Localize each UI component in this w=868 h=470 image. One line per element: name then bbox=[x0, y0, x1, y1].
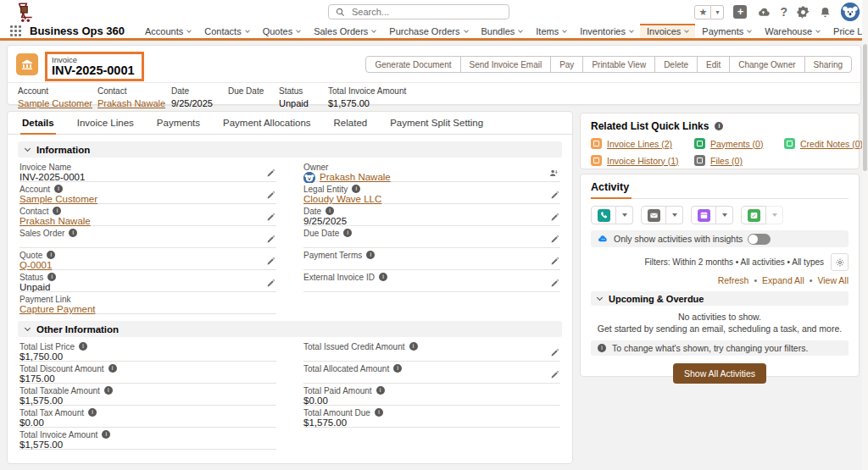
invoice-lines-link[interactable]: Invoice Lines (2) bbox=[607, 139, 672, 149]
view-all-link[interactable]: View All bbox=[817, 275, 849, 285]
chevron-down-icon[interactable] bbox=[815, 28, 821, 33]
search-input[interactable] bbox=[350, 6, 486, 18]
upcoming-overdue-section[interactable]: Upcoming & Overdue bbox=[591, 291, 849, 306]
tab-payments[interactable]: Payments bbox=[157, 112, 200, 135]
send-invoice-email-button[interactable]: Send Invoice Email bbox=[460, 56, 552, 73]
tab-related[interactable]: Related bbox=[334, 112, 368, 135]
log-a-call-button[interactable] bbox=[591, 206, 616, 224]
info-icon[interactable]: i bbox=[343, 229, 352, 237]
invoice-history-link[interactable]: Invoice History (1) bbox=[607, 156, 679, 166]
email-caret[interactable] bbox=[666, 206, 683, 224]
nav-item-bundles[interactable]: Bundles bbox=[475, 24, 530, 38]
info-icon[interactable]: i bbox=[79, 342, 87, 351]
account-link[interactable]: Sample Customer bbox=[18, 98, 92, 108]
nav-item-quotes[interactable]: Quotes bbox=[256, 24, 307, 38]
global-add-icon[interactable]: + bbox=[733, 5, 747, 19]
pay-button[interactable]: Pay bbox=[550, 56, 583, 73]
show-all-activities-button[interactable]: Show All Activities bbox=[673, 363, 766, 384]
info-icon[interactable]: i bbox=[375, 408, 383, 417]
owner-link[interactable]: Prakash Nawale bbox=[320, 172, 391, 182]
chevron-down-icon[interactable] bbox=[747, 28, 752, 33]
user-avatar[interactable] bbox=[841, 3, 860, 21]
account-link[interactable]: Sample Customer bbox=[19, 194, 97, 204]
info-icon[interactable]: i bbox=[102, 430, 110, 439]
info-icon[interactable]: i bbox=[352, 185, 360, 193]
nav-item-invoices-active[interactable]: Invoices bbox=[640, 24, 695, 38]
global-search[interactable] bbox=[328, 4, 509, 19]
email-button[interactable] bbox=[641, 206, 666, 224]
payments-link[interactable]: Payments (0) bbox=[710, 139, 763, 149]
chevron-down-icon[interactable] bbox=[464, 28, 469, 33]
edit-pencil-icon[interactable] bbox=[266, 169, 275, 178]
info-icon[interactable]: i bbox=[108, 364, 117, 373]
info-icon[interactable]: i bbox=[54, 185, 63, 193]
new-task-caret[interactable] bbox=[766, 206, 783, 224]
section-other-information[interactable]: Other Information bbox=[18, 321, 562, 337]
nav-item-accounts[interactable]: Accounts bbox=[138, 24, 198, 38]
insights-toggle[interactable] bbox=[748, 234, 771, 245]
nav-item-items[interactable]: Items bbox=[529, 24, 573, 38]
guidance-center-icon[interactable] bbox=[756, 5, 771, 19]
favorites-control[interactable]: ★ ▼ bbox=[694, 5, 724, 19]
nav-item-payments[interactable]: Payments bbox=[695, 24, 758, 38]
chevron-down-icon[interactable] bbox=[245, 28, 250, 33]
edit-pencil-icon[interactable] bbox=[550, 213, 559, 222]
info-icon[interactable]: i bbox=[366, 251, 375, 259]
files-link[interactable]: Files (0) bbox=[710, 156, 743, 166]
expand-all-link[interactable]: Expand All bbox=[762, 275, 804, 285]
info-icon[interactable]: i bbox=[47, 273, 56, 281]
favorites-caret-icon[interactable]: ▼ bbox=[711, 5, 724, 19]
tab-payment-allocations[interactable]: Payment Allocations bbox=[223, 112, 311, 135]
new-event-caret[interactable] bbox=[716, 206, 733, 224]
nav-item-inventories[interactable]: Inventories bbox=[573, 24, 640, 38]
chevron-down-icon[interactable] bbox=[562, 28, 567, 33]
contact-link[interactable]: Prakash Nawale bbox=[19, 216, 91, 226]
edit-pencil-icon[interactable] bbox=[266, 191, 275, 200]
tab-details[interactable]: Details bbox=[22, 112, 54, 135]
quote-link[interactable]: Q-0001 bbox=[19, 260, 52, 270]
activity-tab[interactable]: Activity bbox=[591, 174, 849, 199]
edit-pencil-icon[interactable] bbox=[550, 371, 559, 379]
chevron-down-icon[interactable] bbox=[629, 28, 634, 33]
help-icon[interactable]: ? bbox=[780, 5, 787, 19]
setup-gear-icon[interactable] bbox=[797, 6, 810, 19]
edit-pencil-icon[interactable] bbox=[550, 349, 559, 357]
nav-item-sales-orders[interactable]: Sales Orders bbox=[307, 24, 382, 38]
edit-pencil-icon[interactable] bbox=[266, 279, 275, 288]
edit-pencil-icon[interactable] bbox=[266, 213, 275, 222]
scrollbar-thumb[interactable] bbox=[863, 44, 867, 171]
info-icon[interactable]: i bbox=[69, 229, 77, 237]
info-icon[interactable]: i bbox=[376, 386, 385, 395]
info-icon[interactable]: i bbox=[88, 408, 97, 417]
tab-payment-split-setting[interactable]: Payment Split Setting bbox=[390, 112, 483, 135]
app-name[interactable]: Business Ops 360 bbox=[30, 25, 125, 37]
tab-invoice-lines[interactable]: Invoice Lines bbox=[77, 112, 134, 135]
generate-document-button[interactable]: Generate Document bbox=[365, 56, 460, 73]
activity-filter-settings-button[interactable] bbox=[831, 253, 849, 271]
chevron-down-icon[interactable] bbox=[186, 28, 192, 33]
info-icon[interactable]: i bbox=[47, 251, 55, 259]
info-icon[interactable]: i bbox=[393, 364, 402, 373]
credit-notes-link[interactable]: Credit Notes (0) bbox=[800, 139, 863, 149]
info-icon[interactable]: i bbox=[379, 273, 387, 281]
info-icon[interactable]: i bbox=[53, 207, 61, 215]
chevron-down-icon[interactable] bbox=[685, 28, 690, 33]
new-event-button[interactable] bbox=[691, 206, 716, 224]
notifications-bell-icon[interactable] bbox=[819, 6, 832, 19]
refresh-link[interactable]: Refresh bbox=[718, 275, 749, 285]
nav-item-purchase-orders[interactable]: Purchase Orders bbox=[382, 24, 474, 38]
favorites-star-icon[interactable]: ★ bbox=[694, 5, 711, 19]
info-icon[interactable]: i bbox=[104, 386, 113, 395]
edit-pencil-icon[interactable] bbox=[550, 279, 559, 288]
edit-pencil-icon[interactable] bbox=[550, 235, 559, 244]
edit-pencil-icon[interactable] bbox=[266, 257, 275, 266]
nav-item-warehouse[interactable]: Warehouse bbox=[758, 24, 826, 38]
change-owner-button[interactable]: Change Owner bbox=[729, 56, 804, 73]
delete-button[interactable]: Delete bbox=[654, 56, 698, 73]
nav-item-contacts[interactable]: Contacts bbox=[198, 24, 255, 38]
contact-link[interactable]: Prakash Nawale bbox=[97, 98, 165, 108]
sharing-button[interactable]: Sharing bbox=[804, 56, 852, 73]
log-a-call-caret[interactable] bbox=[616, 206, 633, 224]
change-owner-icon[interactable] bbox=[549, 169, 559, 178]
chevron-down-icon[interactable] bbox=[372, 28, 377, 33]
